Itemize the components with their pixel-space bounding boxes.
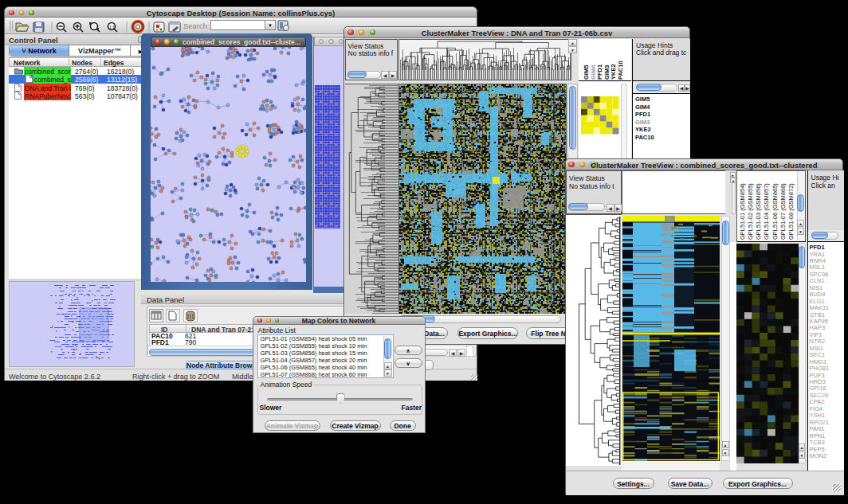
- svg-text:1:1: 1:1: [109, 25, 115, 29]
